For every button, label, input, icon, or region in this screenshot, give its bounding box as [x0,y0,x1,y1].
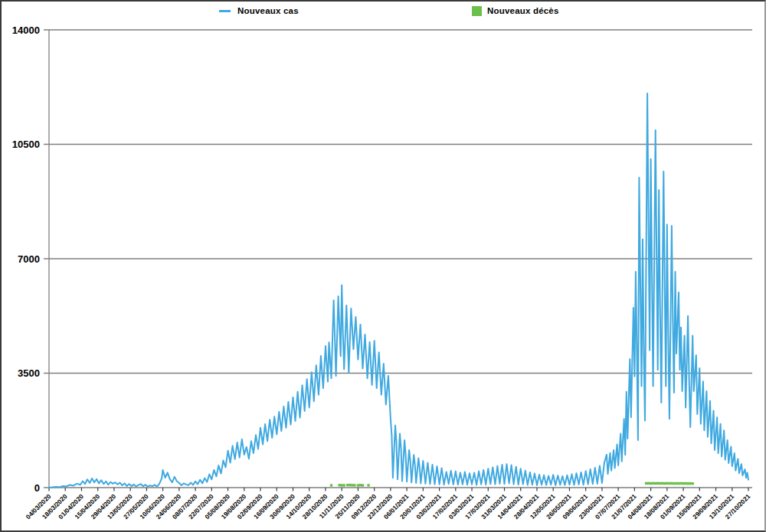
x-tick-marks [49,488,748,491]
legend-item-cases: Nouveaux cas [219,4,299,18]
legend-item-deaths: Nouveaux décès [472,4,559,18]
legend-label-cases: Nouveaux cas [237,6,299,15]
deaths-square-marker-icon [472,6,482,16]
cases-line [49,93,748,488]
chart-area: 035007000105001400004/03/202018/03/20200… [0,0,766,532]
chart-canvas: 035007000105001400004/03/202018/03/20200… [2,2,766,532]
svg-text:7000: 7000 [18,253,40,265]
svg-text:3500: 3500 [18,367,40,379]
svg-text:0: 0 [34,482,40,494]
y-axis-labels: 0350070001050014000 [12,24,40,494]
cases-line-marker-icon [219,10,231,12]
x-axis-labels: 04/03/202018/03/202001/04/202015/04/2020… [25,492,752,521]
svg-text:14000: 14000 [12,24,40,36]
legend-label-deaths: Nouveaux décès [487,6,559,15]
deaths-markers [330,482,694,487]
svg-text:10500: 10500 [12,139,40,150]
